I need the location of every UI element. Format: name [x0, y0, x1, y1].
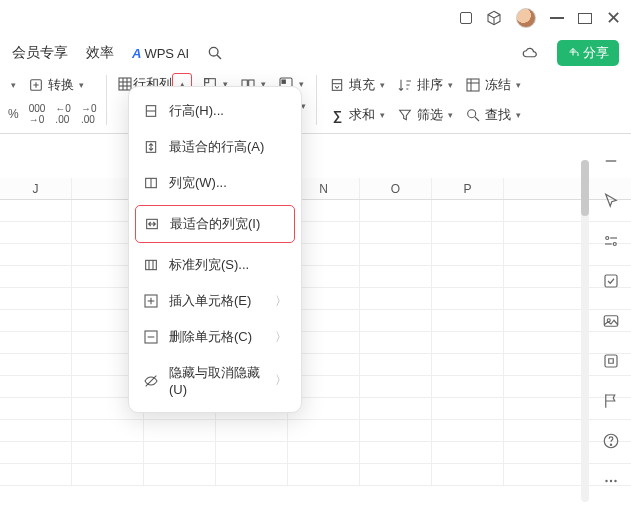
minimize-button[interactable]	[550, 17, 564, 19]
menu-fit-row-height-label: 最适合的行高(A)	[169, 138, 264, 156]
find-button[interactable]: 查找▾	[463, 103, 523, 127]
col-header[interactable]: O	[360, 178, 432, 199]
dec2-button[interactable]: ←0.00	[55, 103, 71, 125]
sum-icon: ∑	[329, 107, 345, 123]
svg-line-1	[217, 55, 221, 59]
avatar[interactable]	[516, 8, 536, 28]
ribbon: ▾ 转换▾ % 000→0 ←0.00 →0.00 行和列 ▴ ▾ ▾	[0, 70, 631, 134]
svg-point-49	[614, 480, 616, 482]
menu-col-width-label: 列宽(W)...	[169, 174, 227, 192]
menu-row-height-label: 行高(H)...	[169, 102, 224, 120]
sidebar-backup-icon[interactable]	[602, 352, 620, 370]
freeze-icon	[465, 77, 481, 93]
svg-point-47	[605, 480, 607, 482]
fill-label: 填充	[349, 76, 375, 94]
menu-delete-cells-label: 删除单元格(C)	[169, 328, 252, 346]
menu-row: 会员专享 效率 A WPS AI 分享	[0, 36, 631, 70]
fill-button[interactable]: 填充▾	[327, 73, 387, 97]
menu-fit-col-width-label: 最适合的列宽(I)	[170, 215, 260, 233]
sidebar-image-icon[interactable]	[602, 312, 620, 330]
right-sidebar	[591, 140, 631, 490]
menu-efficiency[interactable]: 效率	[86, 44, 114, 62]
svg-point-37	[606, 237, 609, 240]
svg-rect-44	[605, 355, 617, 367]
svg-point-0	[210, 47, 219, 56]
convert-label: 转换	[48, 76, 74, 94]
menu-row-height[interactable]: 行高(H)...	[129, 93, 301, 129]
grid[interactable]	[0, 200, 631, 486]
sidebar-settings-icon[interactable]	[602, 232, 620, 250]
col-width-icon	[143, 175, 159, 191]
titlebar: ✕	[0, 0, 631, 36]
menu-member[interactable]: 会员专享	[12, 44, 68, 62]
window-mode-icon[interactable]	[460, 12, 472, 24]
svg-rect-41	[605, 275, 617, 287]
row-height-icon	[143, 103, 159, 119]
rowcol-dropdown: 行高(H)... 最适合的行高(A) 列宽(W)... 最适合的列宽(I) 标准…	[128, 86, 302, 413]
menu-hide-unhide-label: 隐藏与取消隐藏(U)	[169, 364, 265, 397]
scrollbar-thumb[interactable]	[581, 160, 589, 216]
maximize-button[interactable]	[578, 13, 592, 24]
col-header[interactable]: P	[432, 178, 504, 199]
sidebar-minus-icon[interactable]	[602, 152, 620, 170]
chevron-right-icon: 〉	[275, 329, 287, 346]
dropdown-small[interactable]: ▾	[8, 77, 18, 93]
std-col-width-icon	[143, 257, 159, 273]
sum-button[interactable]: ∑ 求和▾	[327, 103, 387, 127]
filter-icon	[397, 107, 413, 123]
dec3-button[interactable]: →0.00	[81, 103, 97, 125]
svg-line-20	[475, 117, 479, 121]
sort-label: 排序	[417, 76, 443, 94]
delete-cells-icon	[143, 329, 159, 345]
package-icon[interactable]	[486, 10, 502, 26]
sidebar-help-icon[interactable]	[602, 432, 620, 450]
ai-label: WPS AI	[144, 46, 189, 61]
menu-fit-col-width[interactable]: 最适合的列宽(I)	[135, 205, 295, 243]
svg-point-19	[468, 110, 476, 118]
sidebar-refresh-icon[interactable]	[602, 272, 620, 290]
sidebar-cursor-icon[interactable]	[602, 192, 620, 210]
ribbon-more-caret[interactable]: ▾	[301, 101, 306, 111]
menu-insert-cells-label: 插入单元格(E)	[169, 292, 251, 310]
sort-button[interactable]: 排序▾	[395, 73, 455, 97]
vertical-scrollbar[interactable]	[581, 160, 589, 502]
menu-hide-unhide[interactable]: 隐藏与取消隐藏(U) 〉	[129, 355, 301, 406]
svg-rect-27	[146, 260, 157, 269]
filter-button[interactable]: 筛选▾	[395, 103, 455, 127]
fill-icon	[329, 77, 345, 93]
menu-delete-cells[interactable]: 删除单元格(C) 〉	[129, 319, 301, 355]
sidebar-more-icon[interactable]	[602, 472, 620, 490]
sidebar-flag-icon[interactable]	[602, 392, 620, 410]
menu-col-width[interactable]: 列宽(W)...	[129, 165, 301, 201]
chevron-right-icon: 〉	[275, 372, 287, 389]
share-label: 分享	[583, 44, 609, 62]
column-header-row: J N O P	[0, 178, 631, 200]
filter-label: 筛选	[417, 106, 443, 124]
convert-button[interactable]: 转换▾	[26, 73, 86, 97]
hide-icon	[143, 373, 159, 389]
menu-fit-row-height[interactable]: 最适合的行高(A)	[129, 129, 301, 165]
freeze-button[interactable]: 冻结▾	[463, 73, 523, 97]
svg-point-48	[610, 480, 612, 482]
svg-rect-3	[119, 78, 131, 90]
menu-std-col-width[interactable]: 标准列宽(S)...	[129, 247, 301, 283]
close-button[interactable]: ✕	[606, 7, 621, 29]
menu-insert-cells[interactable]: 插入单元格(E) 〉	[129, 283, 301, 319]
sort-icon	[397, 77, 413, 93]
col-header[interactable]: J	[0, 178, 72, 199]
insert-cells-icon	[143, 293, 159, 309]
chevron-right-icon: 〉	[275, 293, 287, 310]
cloud-icon[interactable]	[521, 44, 539, 62]
wps-ai-button[interactable]: A WPS AI	[132, 46, 189, 61]
svg-rect-16	[467, 79, 479, 91]
fit-row-height-icon	[143, 139, 159, 155]
freeze-label: 冻结	[485, 76, 511, 94]
sum-label: 求和	[349, 106, 375, 124]
menu-std-col-width-label: 标准列宽(S)...	[169, 256, 249, 274]
search-icon[interactable]	[207, 45, 223, 61]
percent-button[interactable]: %	[8, 107, 19, 121]
fit-col-width-icon	[144, 216, 160, 232]
share-button[interactable]: 分享	[557, 40, 619, 66]
find-label: 查找	[485, 106, 511, 124]
dec1-button[interactable]: 000→0	[29, 103, 46, 125]
